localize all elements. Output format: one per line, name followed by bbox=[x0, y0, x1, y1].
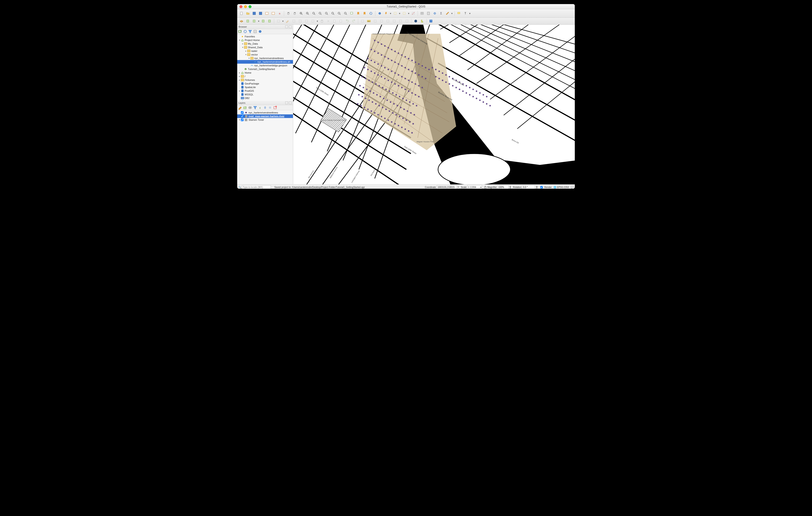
zoom-selection-icon[interactable] bbox=[323, 10, 329, 16]
render-checkbox[interactable] bbox=[540, 186, 543, 188]
browser-item[interactable]: ▾Project Home bbox=[237, 38, 293, 42]
browser-item[interactable]: ▸raster bbox=[237, 49, 293, 53]
identify-icon[interactable]: i bbox=[377, 10, 383, 16]
pin-label-icon[interactable] bbox=[379, 18, 384, 24]
zoom-last-icon[interactable] bbox=[336, 10, 342, 16]
disclosure-triangle-icon[interactable]: ▾ bbox=[248, 57, 250, 59]
disclosure-triangle-icon[interactable]: ▸ bbox=[238, 79, 241, 81]
node-tool-icon[interactable] bbox=[310, 18, 316, 24]
layers-add-group-icon[interactable] bbox=[243, 105, 247, 110]
crs-button[interactable]: EPSG:2263 bbox=[557, 186, 569, 188]
scale-value[interactable]: 1:11994 bbox=[468, 186, 476, 188]
paste-features-icon[interactable] bbox=[338, 18, 344, 24]
new-virtual-layer-icon[interactable] bbox=[267, 18, 272, 24]
layer-item[interactable]: nypl_map-warper-harlem-river bbox=[237, 114, 293, 118]
undo-icon[interactable] bbox=[344, 18, 350, 24]
open-attr-table-icon[interactable] bbox=[419, 10, 425, 16]
rotate-label-icon[interactable] bbox=[398, 18, 404, 24]
browser-collapse-icon[interactable] bbox=[253, 29, 257, 33]
plugin-osm-icon[interactable] bbox=[413, 18, 419, 24]
layer-visibility-checkbox[interactable] bbox=[241, 115, 243, 118]
current-edits-icon-dropdown[interactable]: ▾ bbox=[282, 20, 284, 23]
browser-item[interactable]: ▾nyc_harlemriverstreettrees bbox=[237, 56, 293, 60]
add-feature-icon[interactable] bbox=[297, 18, 303, 24]
layers-remove-icon[interactable] bbox=[273, 105, 277, 110]
field-calc-icon[interactable] bbox=[426, 10, 431, 16]
messages-icon[interactable]: 💬 bbox=[571, 186, 574, 188]
measure-icon[interactable] bbox=[444, 10, 451, 16]
annotation-icon-dropdown[interactable]: ▾ bbox=[469, 12, 471, 15]
layers-tree[interactable]: nyc_harlemriverstreettreesnypl_map-warpe… bbox=[237, 110, 293, 184]
browser-item[interactable]: ▾vector bbox=[237, 53, 293, 56]
show-bookmarks-icon[interactable] bbox=[361, 10, 368, 16]
toolbox-icon[interactable] bbox=[432, 10, 438, 16]
refresh-icon[interactable] bbox=[368, 10, 374, 16]
move-label-icon[interactable] bbox=[391, 18, 397, 24]
browser-tree[interactable]: ★Favorites▾Project Home▸My_Data▾Shared_D… bbox=[237, 34, 293, 101]
coordinate-toggle-icon[interactable]: ⌖ bbox=[458, 186, 459, 188]
abc-icon[interactable]: abc bbox=[366, 18, 372, 24]
coordinate-input[interactable] bbox=[437, 185, 457, 189]
zoom-layer-icon[interactable] bbox=[330, 10, 336, 16]
lock-icon[interactable] bbox=[484, 186, 487, 188]
show-layout-manager-icon[interactable] bbox=[270, 10, 276, 16]
magnifier-stepper-icon[interactable]: ▲▼ bbox=[509, 185, 511, 189]
zoom-in-icon[interactable] bbox=[298, 10, 304, 16]
deselect-all-icon[interactable] bbox=[410, 10, 416, 16]
digitize-shape-icon[interactable] bbox=[359, 18, 366, 24]
browser-filter-icon[interactable] bbox=[248, 29, 252, 33]
layers-close-button[interactable] bbox=[289, 101, 292, 104]
locator-input[interactable] bbox=[242, 185, 271, 189]
zoom-next-icon[interactable] bbox=[343, 10, 348, 16]
open-project-icon[interactable] bbox=[245, 10, 251, 16]
measure-icon-dropdown[interactable]: ▾ bbox=[451, 12, 453, 15]
move-feature-icon[interactable] bbox=[303, 18, 310, 24]
cut-features-icon[interactable] bbox=[325, 18, 331, 24]
layers-filter-icon[interactable] bbox=[253, 105, 257, 110]
browser-item[interactable]: SpatiaLite bbox=[237, 85, 293, 89]
disclosure-triangle-icon[interactable]: ▸ bbox=[244, 50, 247, 52]
select-expr-icon-dropdown[interactable]: ▾ bbox=[408, 12, 410, 15]
annotation-icon[interactable]: T bbox=[462, 10, 468, 16]
layers-expression-filter-icon[interactable]: ε bbox=[258, 105, 262, 110]
layer-visibility-checkbox[interactable] bbox=[241, 118, 243, 121]
disclosure-triangle-icon[interactable]: ▾ bbox=[244, 54, 247, 56]
select-expr-icon[interactable] bbox=[401, 10, 407, 16]
select-icon[interactable] bbox=[392, 10, 398, 16]
zoom-out-icon[interactable] bbox=[304, 10, 310, 16]
new-map-view-icon[interactable] bbox=[349, 10, 355, 16]
help-icon[interactable]: ? bbox=[428, 18, 434, 24]
zoom-native-icon[interactable] bbox=[311, 10, 317, 16]
disclosure-triangle-icon[interactable]: ▸ bbox=[238, 90, 241, 92]
delete-selected-icon[interactable] bbox=[319, 18, 325, 24]
rotation-stepper-icon[interactable]: ▲▼ bbox=[536, 185, 538, 189]
browser-item[interactable]: nyc_harlemriverbldgs.geojson bbox=[237, 64, 293, 67]
save-project-icon[interactable] bbox=[251, 10, 257, 16]
browser-close-button[interactable] bbox=[289, 25, 292, 28]
disclosure-triangle-icon[interactable]: ▸ bbox=[238, 71, 241, 74]
change-label-icon[interactable] bbox=[404, 18, 410, 24]
browser-item[interactable]: nyc_harlemriverstreettrees.sh bbox=[237, 60, 293, 64]
stats-icon[interactable]: Σ bbox=[438, 10, 444, 16]
layers-expand-icon[interactable] bbox=[263, 105, 267, 110]
save-as-icon[interactable] bbox=[258, 10, 263, 16]
browser-item[interactable]: ▸/ bbox=[237, 74, 293, 78]
magnifier-input[interactable] bbox=[497, 185, 509, 189]
browser-item[interactable]: ▾Shared_Data bbox=[237, 45, 293, 49]
label-toolbar-icon[interactable] bbox=[372, 18, 378, 24]
layer-item[interactable]: ▾Stamen Toner bbox=[237, 118, 293, 122]
disclosure-triangle-icon[interactable]: ▾ bbox=[238, 119, 241, 121]
browser-item[interactable]: ★Favorites bbox=[237, 35, 293, 38]
current-edits-icon[interactable] bbox=[276, 18, 281, 24]
data-source-manager-icon[interactable] bbox=[238, 18, 244, 24]
map-canvas[interactable]: Marcus Garvey Memorial Park Howard Benne… bbox=[293, 25, 575, 184]
layers-collapse-icon[interactable] bbox=[268, 105, 272, 110]
browser-refresh-icon[interactable] bbox=[243, 29, 247, 33]
browser-item[interactable]: ▸/Volumes bbox=[237, 78, 293, 82]
disclosure-triangle-icon[interactable]: ▸ bbox=[241, 42, 244, 45]
disclosure-triangle-icon[interactable]: ▸ bbox=[238, 75, 241, 78]
new-geopackage-icon[interactable] bbox=[245, 18, 251, 24]
rotation-input[interactable] bbox=[522, 185, 535, 189]
redo-icon[interactable] bbox=[351, 18, 357, 24]
new-shapefile-icon-dropdown[interactable]: ▾ bbox=[258, 20, 260, 23]
